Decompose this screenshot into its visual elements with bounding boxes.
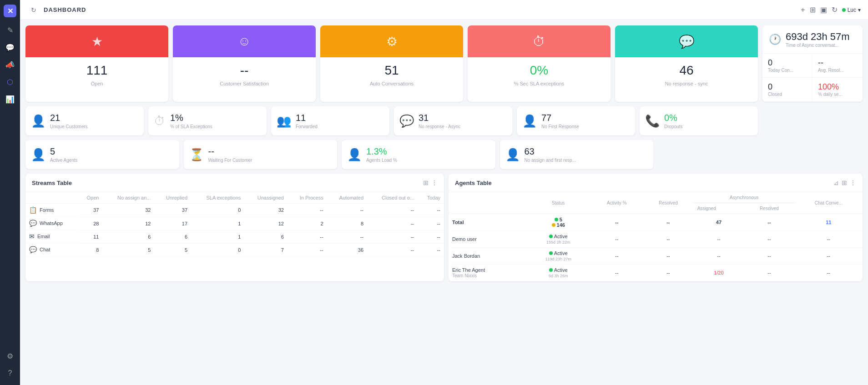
agent-status: Active 119d 23h 27m	[526, 248, 590, 265]
sidebar-item-dashboard[interactable]: ⬡	[3, 75, 17, 89]
small-metric-content-10: 63 No assign and first resp...	[525, 146, 576, 163]
metric-header-open: ★	[25, 25, 168, 57]
user-icon-2: 👤	[522, 114, 537, 128]
small-metric-label-2: % of SLA Exceptions	[170, 124, 212, 129]
side-stat-label-3: % daily se...	[818, 92, 857, 97]
user-status-dot	[842, 8, 846, 12]
metrics-row-2: 👤 21 Unique Customers ⏱ 1% % of SLA Exce…	[25, 106, 863, 135]
stream-today: --	[418, 230, 444, 243]
stream-value: --	[327, 230, 367, 243]
row2-spacer	[762, 106, 863, 135]
side-stat-grid: 0 Today Con... -- Avg. Resol... 0 Closed…	[762, 54, 863, 102]
stream-value: --	[288, 230, 327, 243]
agents-more-icon[interactable]: ⋮	[850, 179, 856, 186]
agent-name: Eric The AgentTeam Nixxis	[449, 265, 526, 281]
agents-table-header: Agents Table ⊿ ⊞ ⋮	[449, 174, 863, 192]
col-activity: Activity %	[590, 192, 643, 214]
agent-resolved: --	[643, 214, 694, 231]
table-row: 📋 Forms373237032--------	[25, 204, 444, 217]
agent-chat-assigned: 11	[795, 214, 863, 231]
stream-value: --	[367, 204, 418, 217]
apps-icon[interactable]: ▣	[820, 5, 827, 14]
stream-value: 7	[244, 243, 288, 256]
col-stream	[25, 192, 78, 204]
sidebar-item-edit[interactable]: ✎	[3, 23, 17, 37]
filter-icon[interactable]: ⊿	[833, 179, 839, 186]
chat-icon-2: 💬	[399, 114, 414, 128]
streams-table-actions[interactable]: ⊞ ⋮	[423, 179, 438, 186]
streams-table-scroll: Open No assign an... Unreplied SLA excep…	[25, 192, 444, 257]
metric-value-satisfaction: --	[178, 63, 310, 78]
streams-table-header: Streams Table ⊞ ⋮	[25, 174, 444, 192]
grid-view-icon[interactable]: ⊞	[423, 179, 429, 186]
more-options-icon[interactable]: ⋮	[431, 179, 438, 186]
hourglass-icon: ⏳	[189, 148, 204, 162]
small-metric-content-3: 11 Forwarded	[296, 113, 318, 129]
stream-value: 11	[78, 230, 103, 243]
sidebar: ✕ ✎ 💬 📣 ⬡ 📊 ⚙ ?	[0, 0, 20, 385]
topbar-refresh-icon[interactable]: ↻	[27, 4, 40, 16]
table-row: ✉ Email116616--------	[25, 230, 444, 243]
metric-card-no-response-sync: 💬 46 No response - sync	[615, 25, 758, 102]
col-chat-conv: Chat Conve...	[795, 192, 863, 214]
sidebar-item-chart[interactable]: 📊	[3, 92, 17, 106]
streams-table-body: 📋 Forms373237032--------💬 WhatsApp281217…	[25, 204, 444, 257]
metric-label-auto: Auto Conversations	[326, 81, 458, 86]
agent-chat-assigned: --	[795, 231, 863, 248]
side-stat-label-2: Closed	[768, 92, 807, 97]
forward-icon: 👥	[277, 114, 291, 128]
phone-icon: 📞	[645, 114, 660, 128]
agents-table-title: Agents Table	[455, 180, 492, 186]
small-metric-label-7: Active Agents	[50, 158, 78, 163]
user-menu[interactable]: Luc ▾	[842, 7, 861, 13]
agent-async-assigned: 47	[694, 214, 744, 231]
small-metric-label-1: Unique Customers	[50, 124, 88, 129]
agent-name: Total	[449, 214, 526, 231]
agents-table-actions[interactable]: ⊿ ⊞ ⋮	[833, 179, 856, 186]
sidebar-item-chat[interactable]: 💬	[3, 40, 17, 55]
agent-async-resolved: --	[744, 214, 795, 231]
add-icon[interactable]: +	[801, 6, 805, 14]
agent-activity: --	[590, 214, 643, 231]
gear-icon: ⚙	[386, 34, 398, 49]
metric-label-satisfaction: Customer Satisfaction	[178, 81, 310, 86]
agents-grid-icon[interactable]: ⊞	[842, 179, 847, 186]
col-agent-name	[449, 192, 526, 214]
agent-status: 5146	[526, 214, 590, 231]
table-row: 💬 WhatsApp28121711228----	[25, 217, 444, 230]
col-status: Status	[526, 192, 590, 214]
streams-table-title: Streams Table	[32, 180, 72, 186]
sidebar-item-help[interactable]: ?	[3, 366, 17, 380]
agent-activity: --	[590, 265, 643, 281]
small-metric-value-1: 21	[50, 113, 88, 123]
metric-card-sla: ⏱ 0% % Sec SLA exceptions	[468, 25, 611, 102]
refresh-icon[interactable]: ↻	[832, 5, 838, 14]
app-logo[interactable]: ✕	[4, 5, 16, 17]
metric-card-satisfaction: ☺ -- Customer Satisfaction	[173, 25, 316, 102]
small-metric-label-10: No assign and first resp...	[525, 158, 576, 163]
stream-value: --	[367, 230, 418, 243]
small-metric-content-5: 77 No First Response	[541, 113, 579, 129]
metric-body-auto: 51 Auto Conversations	[320, 57, 463, 92]
streams-table-card: Streams Table ⊞ ⋮ Open No assign an...	[25, 174, 444, 281]
small-metric-agents-load: 👤 1.3% Agents Load %	[342, 140, 495, 169]
stream-value: --	[367, 217, 418, 230]
sidebar-item-settings[interactable]: ⚙	[3, 349, 17, 363]
stream-today: --	[418, 217, 444, 230]
agent-async-resolved: --	[744, 265, 795, 281]
sidebar-item-megaphone[interactable]: 📣	[3, 57, 17, 72]
agent-resolved: --	[643, 248, 694, 265]
agent-activity: --	[590, 231, 643, 248]
dashboard-area: ★ 111 Open ☺ -- Customer Satisfaction	[20, 20, 868, 385]
side-stat-value-3: 100%	[818, 82, 857, 92]
stream-value: 32	[102, 204, 154, 217]
small-metric-no-first-response: 👤 77 No First Response	[517, 106, 635, 135]
side-stat-label-1: Avg. Resol...	[818, 68, 857, 73]
stream-value: 6	[154, 230, 191, 243]
col-in-process: In Process	[288, 192, 327, 204]
small-metric-content-4: 31 No response - Async	[419, 113, 460, 129]
metric-header-no-response: 💬	[615, 25, 758, 57]
star-icon: ★	[91, 34, 103, 49]
small-metric-waiting-customer: ⏳ -- Waiting For Customer	[184, 140, 338, 169]
grid-icon[interactable]: ⊞	[810, 5, 816, 14]
